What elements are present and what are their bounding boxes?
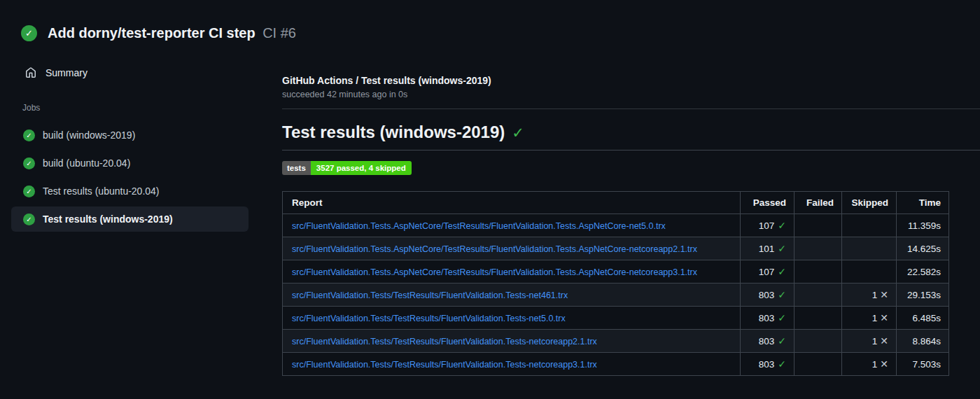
column-header-time: Time <box>897 192 949 214</box>
report-cell: src/FluentValidation.Tests.AspNetCore/Te… <box>283 237 741 260</box>
time-cell: 11.359s <box>897 214 949 237</box>
table-row: src/FluentValidation.Tests.AspNetCore/Te… <box>283 260 949 284</box>
skipped-cell: 1✕ <box>842 307 897 330</box>
skipped-cell: 1✕ <box>842 353 897 376</box>
sidebar-item-job[interactable]: ✓build (ubuntu-20.04) <box>11 150 248 176</box>
sidebar-item-summary[interactable]: Summary <box>25 66 282 80</box>
skipped-cell: 1✕ <box>842 284 897 307</box>
passed-check-icon: ✓ <box>778 312 786 323</box>
summary-label: Summary <box>46 67 88 78</box>
column-header-report: Report <box>283 192 741 214</box>
table-row: src/FluentValidation.Tests/TestResults/F… <box>283 307 949 330</box>
passed-count: 107 <box>759 267 775 277</box>
skipped-cell <box>842 260 897 284</box>
skipped-x-icon: ✕ <box>880 358 888 370</box>
job-list: ✓build (windows-2019)✓build (ubuntu-20.0… <box>11 122 248 232</box>
section-heading-text: Test results (windows-2019) <box>282 122 505 141</box>
report-cell: src/FluentValidation.Tests/TestResults/F… <box>283 330 741 353</box>
passed-cell: 803✓ <box>741 307 794 330</box>
table-row: src/FluentValidation.Tests/TestResults/F… <box>283 284 949 307</box>
passed-check-icon: ✓ <box>778 289 786 300</box>
skipped-cell: 1✕ <box>842 330 897 353</box>
run-title-group: Add dorny/test-reporter CI step CI #6 <box>48 25 296 41</box>
heading-check-icon: ✓ <box>512 125 524 141</box>
table-row: src/FluentValidation.Tests.AspNetCore/Te… <box>283 237 949 260</box>
divider <box>282 108 980 109</box>
run-number: CI #6 <box>262 25 296 41</box>
table-row: src/FluentValidation.Tests/TestResults/F… <box>283 330 949 353</box>
check-circle-icon: ✓ <box>23 158 35 169</box>
passed-cell: 107✓ <box>741 214 794 237</box>
skipped-x-icon: ✕ <box>880 312 888 323</box>
time-cell: 14.625s <box>897 237 949 260</box>
section-heading: Test results (windows-2019)✓ <box>282 120 980 150</box>
report-link[interactable]: src/FluentValidation.Tests/TestResults/F… <box>292 337 597 346</box>
tests-badge-value: 3527 passed, 4 skipped <box>311 161 412 175</box>
results-table: ReportPassedFailedSkippedTime src/Fluent… <box>282 191 949 376</box>
failed-cell <box>794 330 842 353</box>
tests-badge-label: tests <box>282 161 311 175</box>
report-cell: src/FluentValidation.Tests/TestResults/F… <box>283 284 741 307</box>
home-icon <box>25 67 36 78</box>
time-cell: 29.153s <box>897 284 949 307</box>
report-cell: src/FluentValidation.Tests/TestResults/F… <box>283 307 741 330</box>
jobs-section-label: Jobs <box>22 103 282 113</box>
sidebar-item-job[interactable]: ✓Test results (ubuntu-20.04) <box>11 178 248 204</box>
time-cell: 8.864s <box>897 330 949 353</box>
passed-cell: 803✓ <box>741 330 794 353</box>
page: ✓ Add dorny/test-reporter CI step CI #6 … <box>0 0 980 399</box>
sidebar-item-label: build (windows-2019) <box>43 130 135 141</box>
check-circle-icon: ✓ <box>23 186 35 197</box>
sidebar-item-label: Test results (windows-2019) <box>43 214 173 225</box>
passed-count: 803 <box>759 313 775 323</box>
passed-count: 803 <box>759 336 775 346</box>
passed-check-icon: ✓ <box>778 220 786 231</box>
passed-count: 101 <box>759 244 775 254</box>
passed-count: 107 <box>759 220 775 231</box>
table-body: src/FluentValidation.Tests.AspNetCore/Te… <box>283 214 949 376</box>
skipped-x-icon: ✕ <box>880 289 888 300</box>
report-link[interactable]: src/FluentValidation.Tests.AspNetCore/Te… <box>292 267 697 277</box>
passed-check-icon: ✓ <box>778 335 786 346</box>
failed-cell <box>794 237 842 260</box>
report-link[interactable]: src/FluentValidation.Tests.AspNetCore/Te… <box>292 221 666 231</box>
passed-cell: 803✓ <box>741 284 794 307</box>
failed-cell <box>794 353 842 376</box>
tests-badge: tests 3527 passed, 4 skipped <box>282 161 412 175</box>
skipped-count: 1 <box>872 313 878 323</box>
table-row: src/FluentValidation.Tests.AspNetCore/Te… <box>283 214 949 237</box>
check-circle-icon: ✓ <box>23 130 35 141</box>
passed-check-icon: ✓ <box>778 243 786 254</box>
sidebar-item-label: build (ubuntu-20.04) <box>43 158 130 169</box>
table-header-row: ReportPassedFailedSkippedTime <box>283 192 949 214</box>
failed-cell <box>794 307 842 330</box>
report-link[interactable]: src/FluentValidation.Tests/TestResults/F… <box>292 290 568 300</box>
passed-check-icon: ✓ <box>778 266 786 277</box>
report-cell: src/FluentValidation.Tests.AspNetCore/Te… <box>283 260 741 284</box>
time-cell: 7.503s <box>897 353 949 376</box>
time-cell: 22.582s <box>897 260 949 284</box>
check-run-status: succeeded 42 minutes ago in 0s <box>282 89 980 100</box>
sidebar-item-label: Test results (ubuntu-20.04) <box>43 186 160 197</box>
passed-check-icon: ✓ <box>778 358 786 370</box>
report-link[interactable]: src/FluentValidation.Tests/TestResults/F… <box>292 314 566 323</box>
skipped-cell <box>842 214 897 237</box>
failed-cell <box>794 214 842 237</box>
skipped-x-icon: ✕ <box>880 335 888 346</box>
column-header-skipped: Skipped <box>842 192 897 214</box>
sidebar-item-job[interactable]: ✓Test results (windows-2019) <box>11 206 248 232</box>
report-link[interactable]: src/FluentValidation.Tests.AspNetCore/Te… <box>292 244 697 254</box>
passed-cell: 107✓ <box>741 260 794 284</box>
report-cell: src/FluentValidation.Tests.AspNetCore/Te… <box>283 214 741 237</box>
skipped-count: 1 <box>872 359 878 370</box>
table-row: src/FluentValidation.Tests/TestResults/F… <box>283 353 949 376</box>
time-cell: 6.485s <box>897 307 949 330</box>
passed-cell: 803✓ <box>741 353 794 376</box>
skipped-cell <box>842 237 897 260</box>
sidebar-item-job[interactable]: ✓build (windows-2019) <box>11 122 248 148</box>
report-cell: src/FluentValidation.Tests/TestResults/F… <box>283 353 741 376</box>
report-link[interactable]: src/FluentValidation.Tests/TestResults/F… <box>292 360 597 370</box>
run-title: Add dorny/test-reporter CI step <box>48 25 255 41</box>
skipped-count: 1 <box>872 336 878 346</box>
passed-count: 803 <box>759 359 775 370</box>
